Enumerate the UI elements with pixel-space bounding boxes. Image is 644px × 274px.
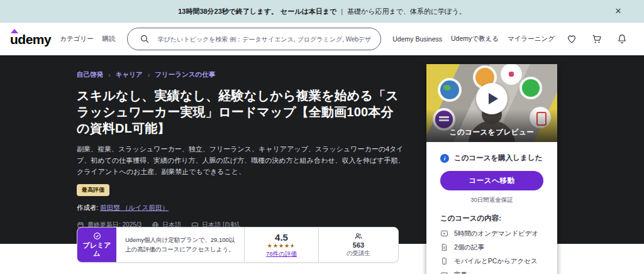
nav-subscriptions[interactable]: 購読 <box>103 35 116 43</box>
purchased-text: このコースを購入しました <box>454 153 542 163</box>
list-item-articles: 2個の記事 <box>440 243 543 252</box>
premium-plan-text: Udemy個人向け定額プランで、29,100以上の高評価のコースにアクセスしよう… <box>116 227 245 262</box>
course-preview-thumbnail[interactable]: このコースをプレビュー <box>426 64 557 142</box>
play-button[interactable] <box>476 83 508 114</box>
nav-categories[interactable]: カテゴリー <box>60 35 93 43</box>
chevron-right-icon: › <box>108 71 111 79</box>
premium-badge: プレミアム <box>77 227 116 262</box>
list-item-mobile-access: モバイルとPCからアクセス <box>440 256 543 266</box>
preview-label: このコースをプレビュー <box>426 128 557 137</box>
students-count: 563 <box>353 241 364 249</box>
search-icon <box>138 33 151 45</box>
info-icon: i <box>440 154 449 163</box>
close-icon[interactable]: ✕ <box>613 6 624 17</box>
nav-teach-on-udemy[interactable]: Udemyで教える <box>451 35 499 43</box>
breadcrumb: 自己啓発 › キャリア › フリーランスの仕事 <box>77 70 644 79</box>
money-back-guarantee: 30日間返金保証 <box>440 196 543 204</box>
go-to-course-button[interactable]: コースへ移動 <box>440 171 543 190</box>
reviews-link[interactable]: 76件の評価 <box>266 250 297 258</box>
purchase-sidebar: このコースをプレビュー i このコースを購入しました コースへ移動 30日間返金… <box>426 64 557 274</box>
preview-gradient-overlay <box>426 109 557 142</box>
purchased-status: i このコースを購入しました <box>440 153 543 163</box>
site-header: udemy カテゴリー 購読 Udemy Business Udemyで教える … <box>0 23 644 55</box>
search-bar[interactable] <box>127 28 382 50</box>
travel-globe-icon <box>440 80 459 99</box>
video-icon <box>440 229 448 238</box>
sale-countdown: 13時間38分23秒で終了します。 <box>178 7 278 16</box>
breadcrumb-personal-development[interactable]: 自己啓発 <box>77 70 103 79</box>
breadcrumb-career[interactable]: キャリア <box>116 70 143 79</box>
author-link[interactable]: 前田塁 （ルイス前田） <box>100 204 169 211</box>
course-includes-list: 5時間のオンデマンドビデオ 2個の記事 モバイルとPCからアクセス 字幕 <box>440 229 543 274</box>
banner-divider: | <box>341 8 343 15</box>
clipboard-icon <box>503 66 519 82</box>
course-title: スキルなし、実績なし、経験なしから複業を始める「スラッシュワーカー実現」ロードマ… <box>77 87 404 136</box>
rating-value: 4.5 <box>275 232 288 243</box>
premium-seal-icon <box>93 232 101 240</box>
students-label: の受講生 <box>347 249 370 258</box>
wishlist-heart-icon[interactable] <box>565 33 578 45</box>
sale-until: セールは本日まで <box>280 7 336 16</box>
sale-banner: 13時間38分23秒で終了します。 セールは本日まで | 基礎から応用まで、体系… <box>0 0 644 23</box>
rating-column: 4.5 ★★★★★ ★★★★★ 76件の評価 <box>245 227 319 262</box>
nav-udemy-business[interactable]: Udemy Business <box>392 35 442 43</box>
chevron-right-icon: › <box>148 71 150 79</box>
shopping-bag-icon <box>522 79 540 97</box>
cart-icon[interactable] <box>591 33 603 45</box>
author-label: 作成者: <box>77 204 98 211</box>
article-icon <box>440 243 448 251</box>
notifications-bell-icon[interactable] <box>616 33 628 45</box>
students-column: 563 の受講生 <box>319 227 398 262</box>
star-rating-icon: ★★★★★ ★★★★★ <box>267 243 296 249</box>
author-row: 作成者: 前田塁 （ルイス前田） <box>77 204 644 212</box>
nav-my-learning[interactable]: マイラーニング <box>508 35 555 43</box>
udemy-logo[interactable]: udemy <box>10 31 51 47</box>
logo-caret-icon <box>11 29 18 33</box>
course-description: 副業、複業、スラッシュワーカー、独立、フリーランス、キャリアアップ、スラッシュワ… <box>77 144 409 177</box>
search-input[interactable] <box>158 36 372 43</box>
mobile-icon <box>440 257 448 265</box>
students-icon <box>354 232 363 241</box>
highest-rated-badge: 最高評価 <box>77 184 109 196</box>
breadcrumb-freelance[interactable]: フリーランスの仕事 <box>155 70 215 79</box>
premium-plan-card: プレミアム Udemy個人向け定額プランで、29,100以上の高評価のコースにア… <box>77 227 399 263</box>
sale-tagline: 基礎から応用まで、体系的に学ぼう。 <box>347 7 466 16</box>
captions-icon <box>440 271 448 274</box>
list-item-video: 5時間のオンデマンドビデオ <box>440 229 543 238</box>
play-icon <box>489 93 498 104</box>
sidebar-body: i このコースを購入しました コースへ移動 30日間返金保証 このコースの内容:… <box>426 142 557 274</box>
course-includes-heading: このコースの内容: <box>440 214 543 223</box>
list-item-captions: 字幕 <box>440 270 543 274</box>
